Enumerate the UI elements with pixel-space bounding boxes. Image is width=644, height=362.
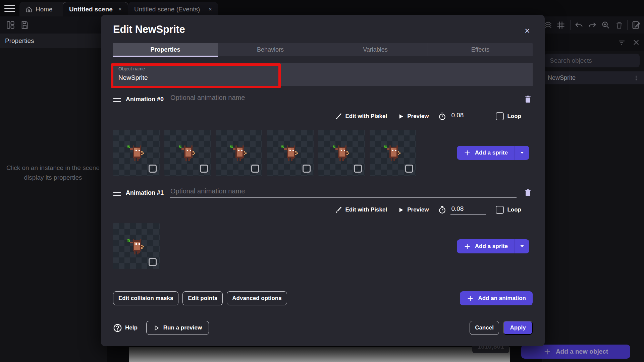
edit-points-button[interactable]: Edit points	[182, 291, 223, 305]
zoom-in-icon[interactable]	[601, 20, 610, 30]
frame-checkbox[interactable]	[200, 165, 208, 173]
objects-panel-header	[542, 34, 644, 51]
animation-0-frames: Add a sprite	[113, 130, 533, 176]
frame-checkbox[interactable]	[405, 165, 413, 173]
tab-untitled-scene-events[interactable]: Untitled scene (Events) ×	[128, 2, 218, 16]
dialog-footer: Help Run a preview Cancel Apply	[113, 321, 533, 335]
animation-name-input[interactable]: Optional animation name	[170, 187, 517, 198]
close-dialog-icon[interactable]: ×	[521, 25, 533, 37]
properties-panel-header: Properties	[0, 34, 107, 48]
search-placeholder: Search objects	[550, 57, 592, 64]
frame-checkbox[interactable]	[354, 165, 362, 173]
tab-effects[interactable]: Effects	[428, 43, 533, 56]
preview-button[interactable]: Preview	[398, 206, 429, 213]
sprite-frame-thumbnail[interactable]	[216, 130, 262, 176]
layers-icon[interactable]	[543, 20, 553, 30]
menu-icon[interactable]	[4, 4, 15, 12]
tab-behaviors[interactable]: Behaviors	[218, 43, 323, 56]
play-icon	[398, 207, 404, 213]
run-a-preview-button[interactable]: Run a preview	[146, 321, 209, 335]
pig-sprite-image	[124, 236, 147, 255]
add-a-sprite-dropdown[interactable]	[515, 146, 529, 160]
delete-icon[interactable]	[614, 20, 624, 30]
dialog-secondary-actions: Edit collision masks Edit points Advance…	[113, 291, 533, 305]
frame-checkbox[interactable]	[251, 165, 259, 173]
advanced-options-button[interactable]: Advanced options	[227, 291, 287, 305]
drag-handle-icon[interactable]	[113, 98, 121, 102]
undo-icon[interactable]	[574, 20, 584, 30]
play-icon	[398, 113, 404, 120]
sprite-frame-thumbnail[interactable]	[267, 130, 314, 176]
close-tab-icon[interactable]: ×	[209, 6, 212, 13]
add-a-sprite-button[interactable]: Add a sprite	[457, 146, 529, 160]
objects-panel: Search objects NewSprite Add a new objec…	[542, 34, 644, 362]
tab-untitled-scene[interactable]: Untitled scene ×	[63, 2, 128, 16]
delete-animation-icon[interactable]	[524, 95, 532, 104]
loop-checkbox[interactable]	[496, 206, 504, 214]
animation-name-input[interactable]: Optional animation name	[170, 94, 517, 104]
instance-hint-text: Click on an instance in the scene displa…	[6, 163, 100, 182]
sprite-frame-thumbnail[interactable]	[113, 130, 160, 176]
close-panel-icon[interactable]	[632, 39, 640, 46]
delete-animation-icon[interactable]	[524, 188, 532, 197]
sprite-frame-thumbnail[interactable]	[164, 130, 211, 176]
grid-icon[interactable]	[556, 20, 566, 30]
add-a-sprite-label: Add a sprite	[475, 243, 508, 250]
top-tab-bar: Home Untitled scene × Untitled scene (Ev…	[0, 0, 644, 16]
edit-with-piskel-button[interactable]: Edit with Piskel	[335, 206, 387, 214]
sprite-frame-thumbnail[interactable]	[113, 223, 160, 269]
dialog-title: Edit NewSprite	[113, 23, 533, 36]
edit-with-piskel-label: Edit with Piskel	[345, 113, 387, 120]
paintbrush-icon	[335, 113, 342, 120]
loop-checkbox[interactable]	[496, 112, 504, 120]
chevron-down-icon	[520, 150, 525, 155]
help-icon	[113, 323, 122, 333]
dialog-tabs: Properties Behaviors Variables Effects	[113, 43, 533, 56]
edit-collision-masks-button[interactable]: Edit collision masks	[113, 291, 178, 305]
search-objects-input[interactable]: Search objects	[544, 54, 640, 67]
tab-variables[interactable]: Variables	[323, 43, 428, 56]
scene-canvas[interactable]	[129, 347, 510, 362]
drag-handle-icon[interactable]	[113, 192, 121, 196]
tab-properties[interactable]: Properties	[113, 43, 218, 56]
close-tab-icon[interactable]: ×	[118, 6, 122, 13]
add-a-sprite-main[interactable]: Add a sprite	[457, 239, 515, 253]
add-object-label: Add a new object	[556, 348, 608, 355]
time-between-frames-input[interactable]: 0.08	[450, 205, 486, 215]
add-an-animation-button[interactable]: Add an animation	[460, 291, 533, 305]
timer-icon	[438, 112, 446, 121]
apply-button[interactable]: Apply	[503, 321, 533, 335]
preview-button[interactable]: Preview	[398, 113, 429, 120]
add-a-sprite-dropdown[interactable]	[515, 239, 529, 253]
object-name-field[interactable]: Object name NewSprite	[113, 63, 533, 86]
animation-title: Animation #1	[126, 189, 164, 196]
edit-sprite-dialog: Edit NewSprite × Properties Behaviors Va…	[101, 15, 545, 346]
time-between-frames-input[interactable]: 0.08	[450, 112, 486, 121]
animation-title: Animation #0	[126, 96, 164, 103]
edit-scene-properties-icon[interactable]	[631, 20, 641, 30]
object-list-item-newsprite[interactable]: NewSprite	[542, 71, 644, 84]
save-icon[interactable]	[20, 20, 29, 29]
animation-0-header: Animation #0 Optional animation name	[113, 94, 533, 104]
frame-checkbox[interactable]	[149, 258, 157, 266]
filter-icon[interactable]	[618, 39, 626, 47]
open-project-manager-icon[interactable]	[6, 20, 15, 29]
animation-0-tools: Edit with Piskel Preview 0.08 Loop	[113, 110, 533, 122]
frame-checkbox[interactable]	[149, 165, 157, 173]
tab-home[interactable]: Home	[19, 2, 66, 16]
help-button[interactable]: Help	[113, 323, 138, 333]
pig-sprite-image	[124, 142, 147, 162]
cancel-button[interactable]: Cancel	[470, 321, 499, 335]
plus-icon	[464, 243, 471, 250]
object-options-kebab-icon[interactable]	[633, 75, 639, 81]
add-a-sprite-main[interactable]: Add a sprite	[457, 146, 515, 160]
plus-icon	[467, 295, 474, 302]
sprite-frame-thumbnail[interactable]	[370, 130, 416, 176]
edit-with-piskel-button[interactable]: Edit with Piskel	[335, 113, 387, 120]
frame-checkbox[interactable]	[303, 165, 311, 173]
add-a-sprite-button[interactable]: Add a sprite	[457, 239, 529, 253]
add-new-object-button[interactable]: Add a new object	[521, 345, 630, 359]
redo-icon[interactable]	[588, 20, 597, 30]
chevron-down-icon	[520, 244, 525, 249]
sprite-frame-thumbnail[interactable]	[318, 130, 365, 176]
